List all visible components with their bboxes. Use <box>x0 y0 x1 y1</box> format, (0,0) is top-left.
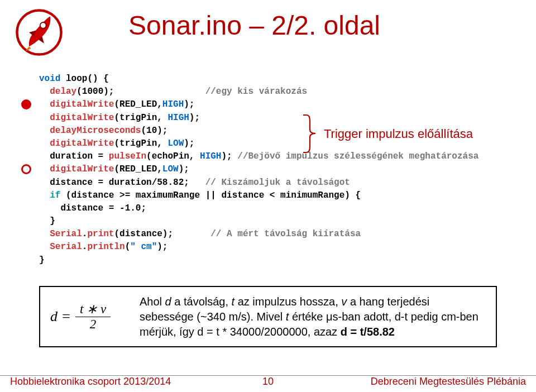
footer-page-number: 10 <box>262 376 274 388</box>
page-title: Sonar.ino – 2/2. oldal <box>128 10 380 41</box>
kw-void: void <box>39 74 66 84</box>
code-block: void loop() { delay(1000); //egy kis vár… <box>39 73 502 267</box>
red-dot-icon <box>21 99 31 109</box>
slide: Sonar.ino – 2/2. oldal void loop() { del… <box>0 0 536 392</box>
red-ring-icon <box>21 164 31 174</box>
footer-left: Hobbielektronika csoport 2013/2014 <box>10 376 171 388</box>
comment: //Bejövő impulzus szélességének meghatár… <box>237 151 478 161</box>
comment: //egy kis várakozás <box>205 87 307 97</box>
footer: Hobbielektronika csoport 2013/2014 10 De… <box>0 375 536 388</box>
brace-icon <box>299 113 321 155</box>
fraction: t ∗ v 2 <box>75 302 111 332</box>
fn-loop: loop <box>66 74 87 84</box>
header-row: Sonar.ino – 2/2. oldal <box>0 0 536 60</box>
formula-equation: d = t ∗ v 2 <box>50 302 123 332</box>
footer-right: Debreceni Megtestesülés Plébánia <box>371 376 526 388</box>
comment: // A mért távolság kiíratása <box>210 229 361 239</box>
kw-if: if <box>39 190 60 200</box>
fn-delay: delay <box>39 87 76 97</box>
svg-point-1 <box>40 22 46 28</box>
trigger-annotation: Trigger impulzus előállítása <box>324 125 473 143</box>
formula-box: d = t ∗ v 2 Ahol d a távolság, t az impu… <box>39 286 497 347</box>
formula-explanation: Ahol d a távolság, t az impulzus hossza,… <box>140 294 486 340</box>
rocket-logo <box>11 4 67 60</box>
comment: // Kiszámoljuk a távolságot <box>205 178 350 188</box>
